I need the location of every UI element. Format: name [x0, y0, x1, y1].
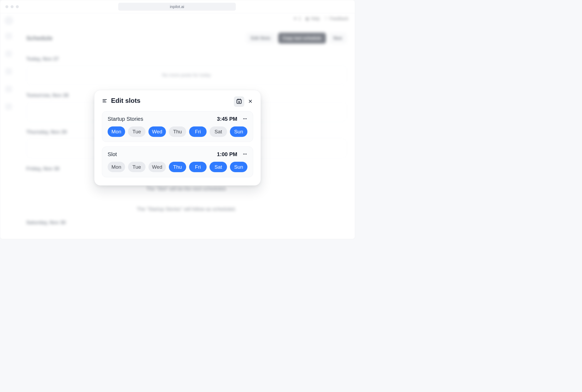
svg-point-14 [244, 154, 245, 154]
slot-card: Startup Stories 3:45 PM [102, 111, 253, 142]
modal-title: Edit slots [111, 97, 141, 104]
slot-name: Startup Stories [108, 116, 143, 122]
svg-point-10 [243, 118, 244, 119]
modal-overlay: Edit slots [0, 13, 355, 239]
slot-more-button[interactable] [243, 117, 247, 122]
traffic-lights [0, 5, 19, 8]
days-row: Mon Tue Wed Thu Fri Sat Sun [108, 162, 247, 172]
day-toggle-tue[interactable]: Tue [128, 126, 145, 137]
browser-titlebar: inpilot.ai [0, 0, 355, 13]
day-toggle-sat[interactable]: Sat [210, 126, 227, 137]
day-toggle-mon[interactable]: Mon [108, 126, 125, 137]
minimize-window-icon[interactable] [11, 5, 14, 8]
page-content-wrap: ✦ 1 ◐ Help ♡ Feedback [0, 13, 355, 239]
day-toggle-tue[interactable]: Tue [128, 162, 145, 172]
svg-point-12 [246, 118, 247, 119]
svg-point-15 [246, 154, 247, 154]
close-window-icon[interactable] [5, 5, 8, 8]
zoom-window-icon[interactable] [16, 5, 19, 8]
slot-card: Slot 1:00 PM [102, 146, 253, 177]
modal-header: Edit slots [102, 97, 253, 104]
days-row: Mon Tue Wed Thu Fri Sat Sun [108, 126, 247, 137]
calendar-plus-icon [236, 98, 242, 105]
day-toggle-thu[interactable]: Thu [169, 162, 186, 172]
close-modal-button[interactable] [248, 99, 253, 104]
slot-time: 1:00 PM [217, 151, 237, 157]
svg-point-13 [243, 154, 244, 154]
day-toggle-fri[interactable]: Fri [189, 126, 207, 137]
day-toggle-fri[interactable]: Fri [189, 162, 207, 172]
svg-point-11 [244, 118, 245, 119]
slot-time: 3:45 PM [217, 116, 237, 122]
more-horizontal-icon [243, 152, 247, 157]
close-icon [248, 99, 252, 104]
slot-more-button[interactable] [243, 152, 247, 157]
day-toggle-sat[interactable]: Sat [210, 162, 227, 172]
slot-name: Slot [108, 151, 117, 157]
address-bar[interactable]: inpilot.ai [118, 3, 236, 10]
day-toggle-wed[interactable]: Wed [148, 126, 166, 137]
day-toggle-mon[interactable]: Mon [108, 162, 125, 172]
day-toggle-sun[interactable]: Sun [230, 162, 247, 172]
list-icon [102, 98, 108, 104]
day-toggle-wed[interactable]: Wed [148, 162, 166, 172]
address-text: inpilot.ai [170, 4, 184, 9]
edit-slots-modal: Edit slots [94, 90, 261, 186]
browser-window: inpilot.ai ✦ 1 ◐ Help ♡ Feedback [0, 0, 355, 239]
more-horizontal-icon [243, 116, 247, 122]
add-slot-button[interactable] [234, 96, 244, 107]
day-toggle-thu[interactable]: Thu [169, 126, 186, 137]
day-toggle-sun[interactable]: Sun [230, 126, 247, 137]
